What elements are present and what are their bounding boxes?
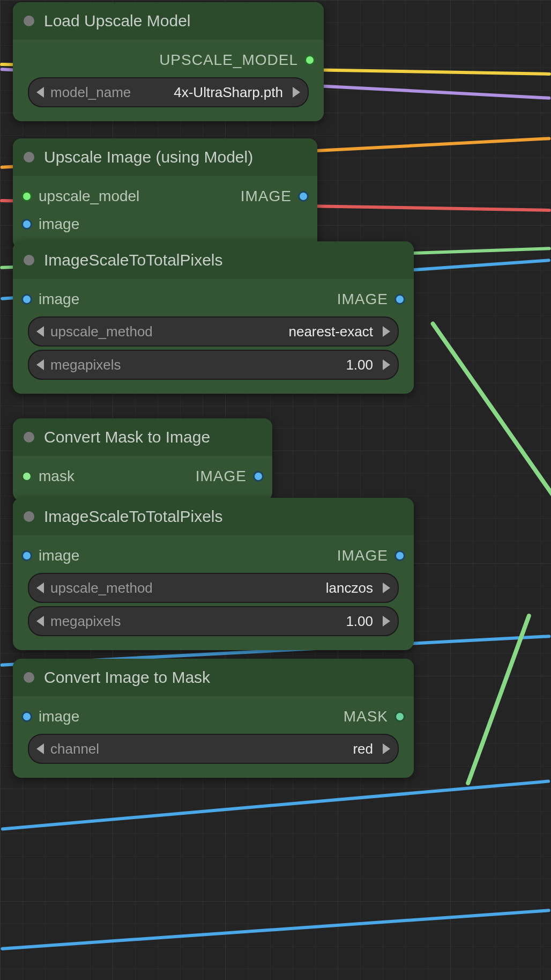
collapse-dot-icon[interactable]	[24, 511, 34, 522]
io-row: mask IMAGE	[13, 462, 272, 490]
input-image[interactable]: image	[21, 547, 79, 564]
port-icon[interactable]	[304, 55, 315, 65]
output-row: UPSCALE_MODEL	[13, 46, 324, 74]
widget-channel[interactable]: channel red	[28, 734, 399, 764]
node-header[interactable]: Convert Image to Mask	[13, 659, 414, 696]
widget-label: megapixels	[50, 613, 121, 630]
widget-label: channel	[50, 741, 99, 757]
input-label: image	[39, 547, 79, 564]
collapse-dot-icon[interactable]	[24, 152, 34, 163]
collapse-dot-icon[interactable]	[24, 16, 34, 26]
input-label: image	[39, 708, 79, 725]
input-mask[interactable]: mask	[21, 468, 75, 485]
node-header[interactable]: Convert Mask to Image	[13, 418, 272, 456]
input-label: upscale_model	[39, 188, 139, 205]
widget-model-name[interactable]: model_name 4x-UltraSharp.pth	[28, 77, 309, 107]
node-body: upscale_model IMAGE image	[13, 176, 317, 249]
node-header[interactable]: ImageScaleToTotalPixels	[13, 498, 414, 535]
port-icon[interactable]	[298, 191, 309, 202]
output-image[interactable]: IMAGE	[196, 468, 264, 485]
node-canvas[interactable]: Load Upscale Model UPSCALE_MODEL model_n…	[0, 0, 551, 980]
port-icon[interactable]	[253, 471, 264, 482]
widget-label: upscale_method	[50, 580, 153, 596]
output-mask[interactable]: MASK	[344, 708, 405, 725]
node-body: mask IMAGE	[13, 456, 272, 501]
node-title: Load Upscale Model	[44, 12, 191, 30]
input-upscale-model[interactable]: upscale_model	[21, 188, 139, 205]
chevron-left-icon[interactable]	[36, 87, 44, 98]
chevron-right-icon[interactable]	[383, 326, 390, 337]
input-image[interactable]: image	[21, 291, 79, 308]
io-row: image IMAGE	[13, 285, 414, 313]
node-upscale-image[interactable]: Upscale Image (using Model) upscale_mode…	[13, 138, 317, 249]
node-title: ImageScaleToTotalPixels	[44, 507, 223, 526]
chevron-right-icon[interactable]	[383, 583, 390, 593]
node-mask-to-image[interactable]: Convert Mask to Image mask IMAGE	[13, 418, 272, 501]
chevron-right-icon[interactable]	[383, 359, 390, 370]
widget-upscale-method[interactable]: upscale_method nearest-exact	[28, 316, 399, 347]
node-body: image IMAGE upscale_method nearest-exact…	[13, 279, 414, 394]
port-icon[interactable]	[394, 294, 405, 305]
output-label: IMAGE	[241, 188, 292, 205]
io-row: image MASK	[13, 703, 414, 731]
widget-label: model_name	[50, 84, 131, 101]
chevron-right-icon[interactable]	[383, 616, 390, 627]
collapse-dot-icon[interactable]	[24, 255, 34, 266]
node-body: UPSCALE_MODEL model_name 4x-UltraSharp.p…	[13, 40, 324, 121]
output-label: UPSCALE_MODEL	[159, 51, 298, 69]
input-label: image	[39, 216, 79, 233]
chevron-left-icon[interactable]	[36, 616, 44, 627]
node-title: Convert Image to Mask	[44, 668, 210, 687]
widget-value: 1.00	[128, 357, 376, 373]
widget-value: 1.00	[128, 613, 376, 630]
io-row: image	[13, 210, 317, 238]
chevron-left-icon[interactable]	[36, 583, 44, 593]
node-body: image IMAGE upscale_method lanczos megap…	[13, 535, 414, 650]
collapse-dot-icon[interactable]	[24, 672, 34, 683]
port-icon[interactable]	[394, 550, 405, 561]
chevron-left-icon[interactable]	[36, 743, 44, 754]
chevron-right-icon[interactable]	[293, 87, 300, 98]
port-icon[interactable]	[21, 191, 32, 202]
widget-megapixels[interactable]: megapixels 1.00	[28, 606, 399, 636]
output-image[interactable]: IMAGE	[337, 547, 405, 564]
node-body: image MASK channel red	[13, 696, 414, 778]
input-label: image	[39, 291, 79, 308]
widget-label: upscale_method	[50, 323, 153, 340]
output-label: IMAGE	[337, 291, 388, 308]
node-image-scale-a[interactable]: ImageScaleToTotalPixels image IMAGE upsc…	[13, 241, 414, 394]
node-header[interactable]: Upscale Image (using Model)	[13, 138, 317, 176]
chevron-left-icon[interactable]	[36, 359, 44, 370]
output-image[interactable]: IMAGE	[241, 188, 309, 205]
port-icon[interactable]	[21, 294, 32, 305]
port-icon[interactable]	[21, 219, 32, 230]
output-image[interactable]: IMAGE	[337, 291, 405, 308]
widget-label: megapixels	[50, 357, 121, 373]
port-icon[interactable]	[21, 471, 32, 482]
widget-value: 4x-UltraSharp.pth	[137, 84, 286, 101]
widget-megapixels[interactable]: megapixels 1.00	[28, 350, 399, 380]
widget-value: lanczos	[159, 580, 376, 596]
node-image-scale-b[interactable]: ImageScaleToTotalPixels image IMAGE upsc…	[13, 498, 414, 650]
chevron-right-icon[interactable]	[383, 743, 390, 754]
node-title: Upscale Image (using Model)	[44, 148, 253, 166]
node-image-to-mask[interactable]: Convert Image to Mask image MASK channel…	[13, 659, 414, 778]
node-title: Convert Mask to Image	[44, 428, 210, 446]
port-icon[interactable]	[21, 550, 32, 561]
widget-upscale-method[interactable]: upscale_method lanczos	[28, 573, 399, 603]
port-icon[interactable]	[394, 711, 405, 722]
output-upscale-model[interactable]: UPSCALE_MODEL	[159, 51, 315, 69]
collapse-dot-icon[interactable]	[24, 432, 34, 443]
input-label: mask	[39, 468, 75, 485]
port-icon[interactable]	[21, 711, 32, 722]
output-label: MASK	[344, 708, 388, 725]
input-image[interactable]: image	[21, 708, 79, 725]
node-header[interactable]: Load Upscale Model	[13, 2, 324, 40]
widget-value: nearest-exact	[159, 323, 376, 340]
chevron-left-icon[interactable]	[36, 326, 44, 337]
node-load-upscale-model[interactable]: Load Upscale Model UPSCALE_MODEL model_n…	[13, 2, 324, 121]
output-label: IMAGE	[196, 468, 247, 485]
input-image[interactable]: image	[21, 216, 79, 233]
widget-value: red	[106, 741, 376, 757]
node-header[interactable]: ImageScaleToTotalPixels	[13, 241, 414, 279]
